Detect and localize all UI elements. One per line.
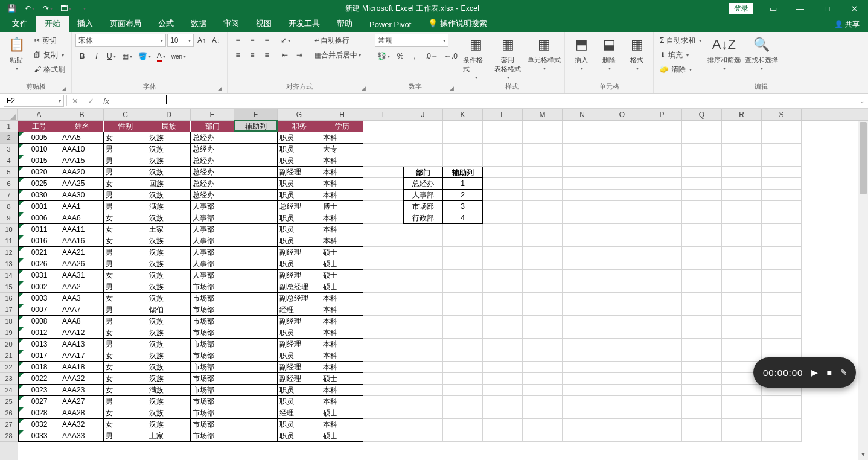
cell[interactable]: 市场部: [191, 327, 234, 339]
cell[interactable]: [403, 144, 443, 155]
cell[interactable]: [523, 339, 563, 350]
percent-format-icon[interactable]: %: [394, 50, 407, 63]
cell[interactable]: 0013: [18, 339, 60, 350]
cell[interactable]: [682, 339, 722, 350]
cell[interactable]: [602, 407, 642, 419]
cell[interactable]: 民族: [147, 121, 191, 132]
cell[interactable]: [602, 212, 642, 224]
delete-cells-button[interactable]: ⬓删除▾: [596, 34, 622, 71]
cell[interactable]: AAA13: [60, 339, 104, 350]
enter-formula-icon[interactable]: ✓: [83, 95, 98, 107]
cell[interactable]: 4: [443, 212, 483, 224]
screen-recorder-overlay[interactable]: 00:00:00 ▶ ■ ✎: [753, 357, 856, 388]
cell[interactable]: [602, 247, 642, 258]
column-header[interactable]: S: [762, 109, 802, 120]
cell[interactable]: 职员: [278, 155, 321, 167]
login-button[interactable]: 登录: [729, 3, 753, 14]
comma-format-icon[interactable]: ，: [408, 50, 421, 63]
cell[interactable]: [602, 121, 642, 132]
cell[interactable]: 市场部: [191, 304, 234, 316]
row-header[interactable]: 5: [0, 167, 18, 178]
cell[interactable]: [483, 247, 523, 258]
cell[interactable]: 副经理: [278, 270, 321, 281]
cell[interactable]: [523, 247, 563, 258]
cell[interactable]: [602, 190, 642, 201]
cell[interactable]: [563, 121, 602, 132]
cell[interactable]: [722, 212, 762, 224]
cell[interactable]: 1: [443, 178, 483, 190]
cell[interactable]: 汉族: [147, 167, 191, 178]
cell[interactable]: [602, 430, 642, 442]
cell[interactable]: [762, 316, 802, 327]
cell[interactable]: 男: [104, 144, 147, 155]
cell[interactable]: [563, 224, 602, 235]
decrease-indent-icon[interactable]: ⇤: [278, 48, 292, 62]
cell[interactable]: [483, 327, 523, 339]
cell[interactable]: 汉族: [147, 373, 191, 385]
tab-帮助[interactable]: 帮助: [328, 16, 361, 32]
cell[interactable]: [234, 385, 278, 396]
cell[interactable]: [682, 270, 722, 281]
row-header[interactable]: 7: [0, 190, 18, 201]
cell[interactable]: [443, 121, 483, 132]
cell[interactable]: 总经办: [191, 155, 234, 167]
cell[interactable]: [682, 224, 722, 235]
row-header[interactable]: 10: [0, 224, 18, 235]
name-box[interactable]: F2▾: [4, 95, 64, 107]
align-middle-icon[interactable]: ≡: [246, 34, 259, 47]
font-name-combo[interactable]: 宋体▾: [75, 34, 166, 47]
qat-customize-icon[interactable]: ▾: [76, 2, 92, 15]
cell[interactable]: 总经办: [403, 178, 443, 190]
cell[interactable]: 副经理: [278, 373, 321, 385]
cell[interactable]: [523, 121, 563, 132]
cell[interactable]: 人事部: [191, 212, 234, 224]
cell[interactable]: [642, 327, 682, 339]
cell[interactable]: [642, 247, 682, 258]
cell[interactable]: 本科: [321, 235, 363, 247]
cell[interactable]: [443, 430, 483, 442]
cell[interactable]: [642, 224, 682, 235]
wrap-text-button[interactable]: ↵ 自动换行: [312, 34, 370, 47]
cell[interactable]: [563, 258, 602, 270]
cell[interactable]: [363, 373, 403, 385]
cell[interactable]: 0018: [18, 362, 60, 373]
cell[interactable]: [762, 224, 802, 235]
cell[interactable]: [682, 373, 722, 385]
edit-icon[interactable]: ✎: [840, 368, 847, 377]
cell[interactable]: 人事部: [191, 224, 234, 235]
cell[interactable]: 硕士: [321, 247, 363, 258]
cell[interactable]: [234, 373, 278, 385]
column-header[interactable]: Q: [682, 109, 722, 120]
cell[interactable]: [523, 293, 563, 304]
cell[interactable]: [682, 167, 722, 178]
row-header[interactable]: 1: [0, 121, 18, 132]
cell[interactable]: 汉族: [147, 190, 191, 201]
align-center-icon[interactable]: ≡: [246, 48, 259, 62]
cell[interactable]: 职员: [278, 430, 321, 442]
fill-color-button[interactable]: 🪣▾: [136, 50, 153, 63]
column-header[interactable]: R: [722, 109, 762, 120]
cell[interactable]: [234, 407, 278, 419]
cell[interactable]: [762, 281, 802, 293]
cell[interactable]: [762, 201, 802, 212]
cell[interactable]: [762, 178, 802, 190]
insert-function-icon[interactable]: fx: [98, 95, 114, 107]
cell[interactable]: [602, 258, 642, 270]
cell-styles-button[interactable]: ▦单元格样式▾: [527, 34, 561, 71]
cell[interactable]: 0023: [18, 385, 60, 396]
row-header[interactable]: 8: [0, 201, 18, 212]
cell[interactable]: [563, 201, 602, 212]
cell[interactable]: 汉族: [147, 144, 191, 155]
cell[interactable]: [443, 339, 483, 350]
cell[interactable]: [642, 304, 682, 316]
cell[interactable]: [682, 281, 722, 293]
cell[interactable]: [563, 212, 602, 224]
row-header[interactable]: 12: [0, 247, 18, 258]
cell[interactable]: [602, 270, 642, 281]
cell[interactable]: 汉族: [147, 362, 191, 373]
cell[interactable]: [722, 201, 762, 212]
cell[interactable]: 女: [104, 212, 147, 224]
cell[interactable]: [563, 407, 602, 419]
cell[interactable]: [602, 132, 642, 144]
increase-decimal-icon[interactable]: .0→: [423, 50, 441, 63]
